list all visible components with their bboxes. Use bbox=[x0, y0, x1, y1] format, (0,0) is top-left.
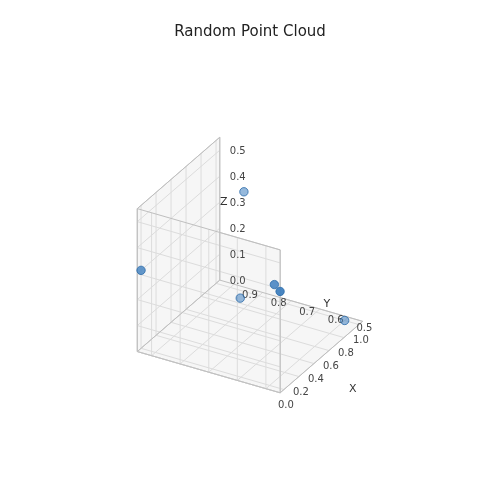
y-tick: 0.7 bbox=[299, 306, 315, 317]
data-point bbox=[236, 294, 244, 302]
z-tick: 0.4 bbox=[230, 171, 246, 182]
x-tick: 0.4 bbox=[308, 373, 324, 384]
data-point bbox=[270, 280, 278, 288]
z-tick: 0.2 bbox=[230, 223, 246, 234]
y-axis-label: Y bbox=[322, 297, 330, 310]
scatter3d: 0.00.20.40.60.81.00.50.60.70.80.90.00.10… bbox=[0, 0, 500, 500]
data-point bbox=[240, 188, 248, 196]
data-point bbox=[137, 266, 145, 274]
y-tick: 0.8 bbox=[271, 297, 287, 308]
data-point bbox=[276, 287, 284, 295]
z-tick: 0.3 bbox=[230, 197, 246, 208]
x-tick: 0.8 bbox=[338, 347, 354, 358]
z-tick: 0.5 bbox=[230, 145, 246, 156]
x-tick: 1.0 bbox=[353, 334, 369, 345]
y-tick: 0.5 bbox=[356, 322, 372, 333]
z-axis-label: Z bbox=[220, 195, 228, 208]
z-tick: 0.0 bbox=[230, 275, 246, 286]
z-tick: 0.1 bbox=[230, 249, 246, 260]
x-tick: 0.2 bbox=[293, 386, 309, 397]
x-tick: 0.6 bbox=[323, 360, 339, 371]
data-point bbox=[340, 316, 348, 324]
x-axis-label: X bbox=[349, 382, 357, 395]
x-tick: 0.0 bbox=[278, 399, 294, 410]
